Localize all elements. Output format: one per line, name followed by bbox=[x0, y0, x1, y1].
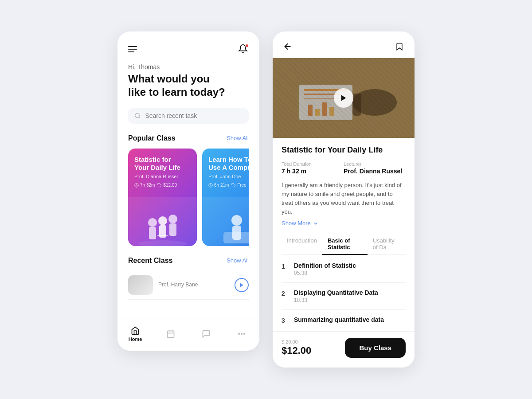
notification-badge bbox=[245, 44, 249, 47]
recent-action-btn-1[interactable] bbox=[235, 278, 249, 292]
show-more-btn[interactable]: Show More bbox=[282, 220, 406, 227]
nav-more[interactable] bbox=[231, 329, 253, 338]
search-bar[interactable] bbox=[128, 108, 249, 124]
back-button[interactable] bbox=[282, 40, 294, 53]
course-title: Statistic for Your Daily Life bbox=[282, 145, 406, 155]
course-description: I generally am a friendly person. It's j… bbox=[282, 181, 406, 217]
greeting-main: What would youlike to learn today? bbox=[128, 72, 249, 99]
card-2-duration: 6h 21m bbox=[214, 183, 229, 188]
clock-icon bbox=[134, 183, 139, 188]
video-player[interactable] bbox=[273, 58, 415, 138]
card-1-prof: Prof. Dianna Russel bbox=[134, 174, 191, 179]
recent-thumb-1 bbox=[128, 275, 153, 295]
svg-marker-17 bbox=[240, 282, 243, 287]
popular-cards-row: Statistic forYour Daily Life Prof. Diann… bbox=[128, 149, 249, 246]
top-bar bbox=[128, 44, 249, 55]
course-tabs: Introduction Basic of Statistic Usabilit… bbox=[282, 234, 406, 255]
lecturer-col: Lecturer Prof. Dianna Russel bbox=[344, 161, 406, 175]
lesson-2-time: 18:33 bbox=[294, 297, 406, 303]
svg-rect-16 bbox=[223, 232, 249, 243]
lesson-2-info: Displaying Quantitative Data 18:33 bbox=[294, 289, 406, 303]
lesson-3-name: Summarizing quantitative data bbox=[294, 316, 406, 323]
lesson-item-1[interactable]: 1 Definition of Statistic 05:38 bbox=[282, 262, 406, 276]
original-price: $ 20.00 bbox=[282, 339, 311, 344]
svg-point-23 bbox=[241, 333, 243, 335]
popular-title: Popular Class bbox=[128, 134, 176, 142]
lesson-1-time: 05:38 bbox=[294, 270, 406, 276]
card-1-title: Statistic forYour Daily Life bbox=[134, 156, 191, 172]
divider-2 bbox=[282, 309, 406, 310]
tab-introduction[interactable]: Introduction bbox=[282, 234, 322, 255]
buy-class-button[interactable]: Buy Class bbox=[345, 338, 406, 358]
duration-label: Total Duration bbox=[282, 161, 344, 167]
nav-calendar[interactable] bbox=[160, 329, 182, 338]
right-body: Statistic for Your Daily Life Total Dura… bbox=[273, 138, 415, 332]
svg-point-4 bbox=[138, 240, 187, 246]
card-2-meta: 6h 21m Free bbox=[208, 183, 249, 188]
lesson-3-num: 3 bbox=[282, 317, 288, 324]
recent-item-1[interactable]: Prof. Harry Bane bbox=[128, 271, 249, 300]
clock-icon-2 bbox=[208, 183, 213, 188]
lesson-list: 1 Definition of Statistic 05:38 2 Displa… bbox=[282, 262, 406, 324]
svg-point-22 bbox=[239, 333, 240, 335]
svg-point-24 bbox=[244, 333, 245, 335]
popular-show-all[interactable]: Show All bbox=[227, 135, 249, 141]
back-icon bbox=[283, 42, 293, 51]
recent-prof-1: Prof. Harry Bane bbox=[158, 282, 229, 288]
lesson-2-num: 2 bbox=[282, 290, 288, 297]
duration-value: 7 h 32 m bbox=[282, 168, 344, 175]
card-2-title: Learn How ToUse A Compu... bbox=[208, 156, 249, 172]
tab-usability[interactable]: Usability of Da bbox=[368, 234, 406, 255]
svg-rect-6 bbox=[149, 227, 156, 239]
tag-icon-2 bbox=[231, 183, 236, 188]
menu-icon[interactable] bbox=[128, 46, 137, 52]
card-1-illustration bbox=[134, 200, 192, 246]
svg-point-9 bbox=[168, 215, 177, 223]
lesson-1-name: Definition of Statistic bbox=[294, 262, 406, 269]
recent-info-1: Prof. Harry Bane bbox=[158, 282, 229, 289]
lesson-item-2[interactable]: 2 Displaying Quantitative Data 18:33 bbox=[282, 289, 406, 303]
divider-1 bbox=[282, 282, 406, 283]
lesson-3-info: Summarizing quantitative data bbox=[294, 316, 406, 324]
calendar-icon bbox=[166, 329, 175, 338]
price-area: $ 20.00 $12.00 bbox=[282, 339, 311, 356]
nav-chat[interactable] bbox=[195, 329, 217, 338]
svg-point-5 bbox=[148, 218, 157, 227]
lesson-item-3[interactable]: 3 Summarizing quantitative data bbox=[282, 316, 406, 324]
nav-home-label: Home bbox=[129, 336, 142, 342]
svg-rect-10 bbox=[169, 223, 176, 236]
svg-rect-18 bbox=[168, 331, 174, 337]
right-phone: Statistic for Your Daily Life Total Dura… bbox=[273, 31, 415, 368]
play-button[interactable] bbox=[334, 88, 353, 108]
chevron-down-icon bbox=[313, 220, 319, 227]
home-icon bbox=[131, 326, 140, 335]
meta-row: Total Duration 7 h 32 m Lecturer Prof. D… bbox=[282, 161, 406, 175]
svg-point-14 bbox=[231, 215, 242, 226]
bookmark-icon bbox=[395, 42, 404, 51]
tag-icon bbox=[157, 183, 162, 188]
popular-card-2[interactable]: Learn How ToUse A Compu... Prof. John Do… bbox=[202, 149, 249, 246]
right-top-bar bbox=[273, 31, 415, 58]
recent-show-all[interactable]: Show All bbox=[227, 257, 249, 264]
svg-point-0 bbox=[135, 113, 140, 117]
popular-card-1[interactable]: Statistic forYour Daily Life Prof. Diann… bbox=[128, 149, 197, 246]
duration-col: Total Duration 7 h 32 m bbox=[282, 161, 344, 175]
nav-home[interactable]: Home bbox=[124, 326, 146, 342]
svg-point-7 bbox=[158, 216, 167, 225]
play-icon-small bbox=[239, 282, 245, 288]
recent-section: Recent Class Show All Prof. Harry Bane bbox=[128, 257, 249, 300]
bookmark-button[interactable] bbox=[393, 40, 406, 53]
chat-icon bbox=[202, 329, 211, 338]
lecturer-label: Lecturer bbox=[344, 161, 406, 167]
tab-basic-statistic[interactable]: Basic of Statistic bbox=[322, 234, 368, 255]
search-input[interactable] bbox=[145, 112, 243, 119]
left-phone: Hi, Thomas What would youlike to learn t… bbox=[117, 31, 259, 351]
card-1-duration: 7h 32m bbox=[140, 183, 155, 188]
video-overlay bbox=[273, 58, 415, 138]
play-triangle-icon bbox=[340, 94, 348, 102]
card-1-price: $12.00 bbox=[163, 183, 177, 188]
lesson-1-num: 1 bbox=[282, 263, 288, 270]
notification-icon[interactable] bbox=[238, 44, 249, 55]
bottom-nav: Home bbox=[117, 320, 259, 351]
card-2-illustration bbox=[210, 202, 249, 246]
